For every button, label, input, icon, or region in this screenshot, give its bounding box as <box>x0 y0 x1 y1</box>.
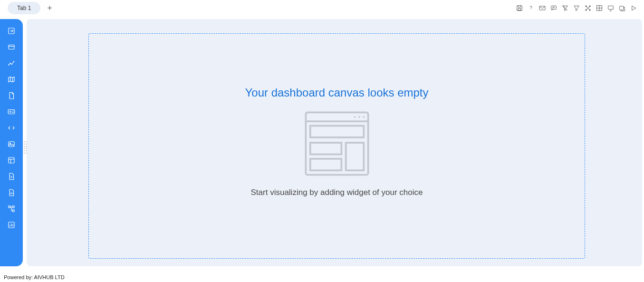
svg-rect-1 <box>518 9 520 10</box>
footer-powered-by: Powered by: AIVHUB LTD <box>4 274 65 280</box>
sidebar-resize-handle[interactable] <box>23 140 27 155</box>
svg-rect-17 <box>9 45 14 49</box>
svg-rect-30 <box>9 206 10 208</box>
bar-chart-icon[interactable] <box>7 221 16 229</box>
comment-icon[interactable] <box>550 4 557 12</box>
svg-point-21 <box>11 64 12 65</box>
svg-marker-15 <box>632 6 636 10</box>
svg-rect-32 <box>12 210 14 212</box>
topbar: Tab 1 + <box>0 0 644 16</box>
main-panel: Your dashboard canvas looks empty Start … <box>27 19 642 266</box>
id-icon[interactable] <box>7 107 16 116</box>
tabs-strip: Tab 1 + <box>4 2 55 14</box>
svg-rect-27 <box>9 157 14 163</box>
map-icon[interactable] <box>7 75 16 84</box>
svg-rect-4 <box>551 6 557 9</box>
svg-rect-0 <box>517 6 522 11</box>
svg-point-37 <box>358 116 360 118</box>
svg-rect-23 <box>8 110 15 114</box>
svg-rect-3 <box>539 6 545 10</box>
image-icon[interactable] <box>7 140 16 148</box>
analytics-icon[interactable] <box>7 59 16 68</box>
card-icon[interactable] <box>7 43 16 51</box>
filter-icon[interactable] <box>573 4 580 12</box>
empty-subtext: Start visualizing by adding widget of yo… <box>251 188 423 197</box>
import-icon[interactable] <box>7 27 16 35</box>
svg-point-24 <box>10 111 11 113</box>
help-icon[interactable] <box>527 4 535 12</box>
svg-rect-31 <box>12 206 14 208</box>
svg-rect-40 <box>310 143 341 154</box>
svg-point-2 <box>531 10 531 10</box>
file-icon[interactable] <box>7 91 16 100</box>
presentation-icon[interactable] <box>607 4 615 12</box>
svg-point-38 <box>363 116 365 118</box>
layout-icon[interactable] <box>7 156 16 165</box>
mail-icon[interactable] <box>538 4 546 12</box>
svg-rect-41 <box>346 143 364 170</box>
sidebar <box>0 19 23 266</box>
export-icon[interactable] <box>618 4 626 12</box>
svg-rect-13 <box>608 6 614 9</box>
svg-point-22 <box>13 61 14 62</box>
document-icon[interactable] <box>7 172 16 181</box>
play-icon[interactable] <box>630 4 637 12</box>
dashboard-canvas[interactable]: Your dashboard canvas looks empty Start … <box>88 33 585 259</box>
top-actions <box>516 4 640 12</box>
report-icon[interactable] <box>7 188 16 197</box>
grid-icon[interactable] <box>596 4 603 12</box>
empty-heading: Your dashboard canvas looks empty <box>245 86 428 99</box>
svg-line-5 <box>563 6 567 11</box>
svg-point-20 <box>10 63 11 64</box>
save-icon[interactable] <box>516 4 523 12</box>
svg-rect-42 <box>310 159 341 170</box>
empty-dashboard-icon <box>301 108 373 181</box>
svg-point-19 <box>8 65 9 66</box>
tab-1[interactable]: Tab 1 <box>8 2 40 14</box>
tools-icon[interactable] <box>584 4 592 12</box>
svg-point-36 <box>354 116 356 118</box>
svg-rect-14 <box>620 6 624 10</box>
filter-off-icon[interactable] <box>561 4 569 12</box>
tree-icon[interactable] <box>7 204 16 213</box>
svg-rect-39 <box>310 126 364 137</box>
code-icon[interactable] <box>7 124 16 132</box>
svg-rect-25 <box>9 142 14 147</box>
add-tab-button[interactable]: + <box>44 2 55 14</box>
